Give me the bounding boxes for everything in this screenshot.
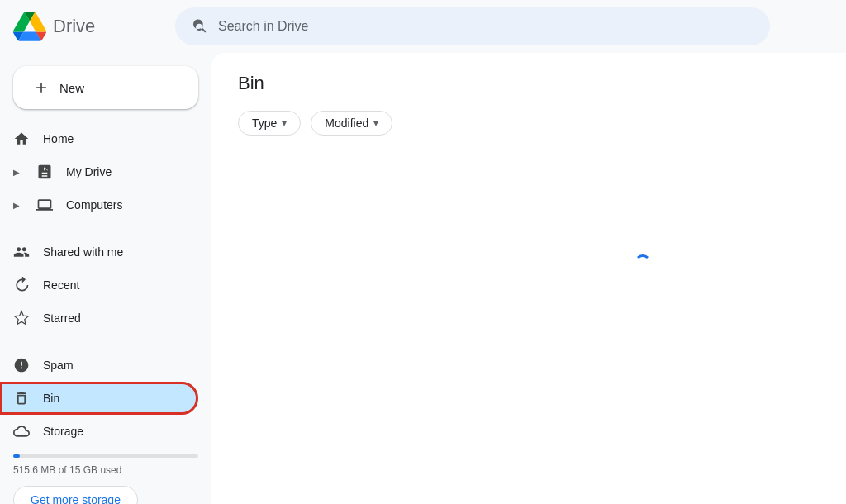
sidebar-item-shared-with-me-label: Shared with me [43,245,123,259]
storage-usage-text: 515.6 MB of 15 GB used [13,464,198,476]
get-more-storage-button[interactable]: Get more storage [13,486,138,504]
sidebar-item-home-label: Home [43,132,74,145]
sidebar-item-starred-label: Starred [43,311,81,325]
starred-icon [13,310,30,326]
sidebar-item-recent-label: Recent [43,278,79,292]
my-drive-icon [36,164,53,180]
modified-filter-chip[interactable]: Modified ▾ [311,111,392,136]
expand-arrow-computers-icon: ▶ [13,201,20,210]
type-filter-label: Type [252,116,277,130]
body: New Home ▶ My Drive ▶ [0,53,846,504]
recent-icon [13,277,30,293]
sidebar-item-storage-label: Storage [43,425,83,438]
sidebar-item-my-drive-label: My Drive [66,165,112,178]
shared-with-me-icon [13,244,30,260]
computers-icon [36,197,53,213]
storage-section: 515.6 MB of 15 GB used Get more storage [0,448,212,504]
storage-icon [13,423,30,440]
sidebar-item-my-drive[interactable]: ▶ My Drive [0,155,198,188]
nav-separator-1 [0,228,212,229]
modified-filter-chevron-icon: ▾ [373,117,378,129]
header: Drive Search in Drive [0,0,846,53]
bin-icon [13,390,30,407]
plus-icon [33,79,50,96]
modified-filter-label: Modified [325,116,368,130]
sidebar-item-home[interactable]: Home [0,122,198,155]
sidebar-item-starred[interactable]: Starred [0,302,198,335]
expand-arrow-icon: ▶ [13,168,20,177]
sidebar-item-computers[interactable]: ▶ Computers [0,188,198,221]
new-button-label: New [59,81,84,95]
storage-bar-fill [13,454,20,458]
logo-area: Drive [13,10,162,43]
page-title: Bin [238,73,820,94]
sidebar-item-bin-label: Bin [43,392,59,405]
sidebar-item-shared-with-me[interactable]: Shared with me [0,235,198,269]
type-filter-chip[interactable]: Type ▾ [238,111,301,136]
sidebar-item-recent[interactable]: Recent [0,269,198,302]
search-placeholder: Search in Drive [218,19,753,34]
app-title: Drive [53,16,95,37]
nav-separator-2 [0,341,212,342]
drive-logo-icon [13,10,46,43]
search-icon [192,18,208,35]
loading-spinner [634,254,651,271]
sidebar-item-storage[interactable]: Storage [0,415,198,448]
storage-bar-background [13,454,198,458]
spinner-arc [634,254,651,271]
filter-bar: Type ▾ Modified ▾ [238,111,820,136]
new-button[interactable]: New [13,66,198,109]
sidebar-item-computers-label: Computers [66,198,122,212]
sidebar-item-spam-label: Spam [43,359,74,372]
sidebar-item-spam[interactable]: Spam [0,349,198,382]
sidebar-item-bin[interactable]: Bin [0,382,198,415]
home-icon [13,131,30,147]
type-filter-chevron-icon: ▾ [282,117,287,129]
search-bar[interactable]: Search in Drive [175,7,770,45]
content-area [238,155,820,403]
spam-icon [13,357,30,373]
sidebar: New Home ▶ My Drive ▶ [0,53,212,504]
main-content: Bin Type ▾ Modified ▾ [212,53,846,504]
